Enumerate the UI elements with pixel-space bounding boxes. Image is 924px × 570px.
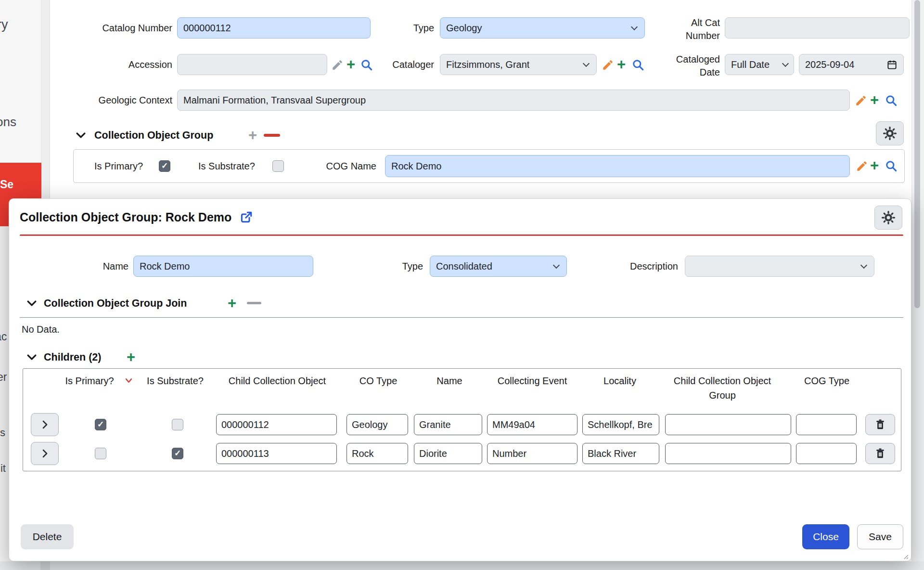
cataloged-date-input[interactable]: 2025-09-04 [799, 54, 904, 75]
sidebar-item-fragment: ry [0, 17, 8, 32]
child-collection-object-input[interactable] [216, 414, 337, 435]
delete-row-button[interactable] [865, 443, 895, 464]
column-header[interactable]: Name [413, 374, 486, 388]
trash-icon [874, 418, 886, 431]
gear-icon [881, 210, 896, 225]
name-input[interactable] [133, 256, 313, 277]
search-cog-name-icon[interactable] [885, 159, 898, 172]
column-header[interactable]: Child Collection Object Group [662, 374, 783, 402]
cog-name-label: COG Name [316, 155, 376, 177]
add-cog-name-icon[interactable] [868, 155, 881, 176]
child-collection-object-group-input[interactable] [665, 443, 791, 464]
cog-dialog: Collection Object Group: Rock Demo Name … [9, 198, 911, 561]
column-header[interactable]: Locality [579, 374, 661, 388]
scrollbar-thumb[interactable] [914, 0, 920, 308]
alt-cat-number-input[interactable] [725, 17, 910, 39]
edit-geologic-context-icon[interactable] [855, 94, 867, 107]
is-substrate-checkbox[interactable] [172, 419, 183, 430]
cataloged-date-label: Cataloged Date [663, 50, 720, 79]
cog-type-input[interactable] [796, 414, 857, 435]
app-window: ryonsSeacerslit Catalog Number Type Geol… [0, 0, 924, 570]
description-select[interactable] [685, 256, 874, 277]
children-table: Is Primary?Is Substrate?Child Collection… [23, 368, 901, 471]
chevron-down-icon [583, 60, 590, 66]
description-label: Description [606, 256, 678, 277]
catalog-number-input[interactable] [177, 17, 371, 39]
type-label: Type [375, 17, 434, 39]
locality-input[interactable] [582, 443, 659, 464]
sidebar-item-fragment[interactable]: Se [0, 178, 13, 191]
expand-row-button[interactable] [31, 413, 59, 436]
co-type-input[interactable] [346, 414, 408, 435]
dialog-title: Collection Object Group: Rock Demo [20, 210, 231, 224]
open-in-new-tab-icon[interactable] [239, 210, 254, 224]
trash-icon [874, 447, 886, 460]
child-collection-object-input[interactable] [216, 443, 337, 464]
chevron-right-icon [42, 420, 48, 429]
edit-cog-name-icon[interactable] [856, 160, 868, 172]
child-row [23, 441, 901, 466]
geologic-context-input[interactable] [177, 90, 850, 111]
is-primary-checkbox[interactable] [95, 419, 106, 430]
form-settings-button[interactable] [876, 121, 904, 145]
collapse-children-icon[interactable] [27, 354, 37, 361]
calendar-icon[interactable] [886, 59, 898, 70]
add-geologic-context-icon[interactable] [868, 90, 881, 111]
name-input[interactable] [414, 443, 482, 464]
remove-cog-icon[interactable] [264, 134, 280, 137]
add-cataloger-icon[interactable] [615, 54, 628, 75]
name-input[interactable] [414, 414, 482, 435]
save-button[interactable]: Save [857, 524, 903, 549]
collecting-event-input[interactable] [487, 414, 578, 435]
add-child-icon[interactable] [125, 349, 137, 365]
close-button[interactable]: Close [802, 524, 849, 549]
page-scrollbar[interactable] [911, 0, 924, 570]
dialog-title-rule [20, 234, 903, 236]
column-header[interactable]: COG Type [786, 374, 868, 388]
chevron-down-icon [782, 60, 789, 66]
remove-join-icon[interactable] [247, 302, 261, 304]
delete-row-button[interactable] [865, 414, 895, 435]
is-substrate-checkbox[interactable] [172, 448, 183, 459]
column-header[interactable]: CO Type [337, 374, 419, 388]
search-geologic-context-icon[interactable] [885, 94, 898, 107]
cog-name-input[interactable] [385, 155, 850, 177]
alt-cat-number-label: Alt Cat Number [663, 13, 720, 42]
collecting-event-input[interactable] [487, 443, 578, 464]
is-primary-checkbox[interactable] [159, 160, 170, 172]
collapse-section-icon[interactable] [76, 132, 86, 139]
edit-cataloger-icon[interactable] [602, 59, 614, 71]
add-cog-icon[interactable] [246, 126, 259, 144]
sidebar-item-fragment: ons [0, 115, 16, 130]
date-precision-select[interactable]: Full Date [725, 54, 794, 75]
add-join-icon[interactable] [226, 295, 238, 311]
accession-input[interactable] [177, 54, 327, 75]
resize-handle-icon[interactable] [901, 552, 909, 560]
search-cataloger-icon[interactable] [631, 58, 644, 71]
no-data-text: No Data. [22, 321, 60, 337]
is-substrate-checkbox[interactable] [272, 160, 284, 172]
cog-type-input[interactable] [796, 443, 857, 464]
delete-button[interactable]: Delete [21, 524, 74, 549]
is-primary-checkbox[interactable] [95, 448, 106, 459]
cataloger-select[interactable]: Fitzsimmons, Grant [440, 54, 597, 75]
locality-input[interactable] [582, 414, 659, 435]
expand-row-button[interactable] [31, 442, 59, 465]
add-accession-icon[interactable] [345, 54, 357, 75]
type-select[interactable]: Geology [440, 17, 645, 39]
column-header[interactable]: Child Collection Object [212, 374, 342, 388]
geologic-context-label: Geologic Context [67, 90, 172, 111]
dialog-settings-button[interactable] [874, 206, 902, 230]
collapse-join-icon[interactable] [27, 300, 37, 307]
sidebar-item-fragment: er [0, 371, 7, 384]
child-collection-object-group-input[interactable] [665, 414, 791, 435]
edit-accession-icon [331, 59, 344, 71]
column-header[interactable]: Collecting Event [477, 374, 588, 388]
cataloger-label: Cataloger [356, 54, 434, 75]
column-header[interactable]: Is Substrate? [125, 374, 226, 388]
co-type-input[interactable] [346, 443, 408, 464]
sidebar-item-fragment: lit [0, 462, 6, 475]
page-bottom [0, 561, 924, 570]
dialog-type-select[interactable]: Consolidated [430, 256, 567, 277]
dialog-type-label: Type [375, 256, 423, 277]
